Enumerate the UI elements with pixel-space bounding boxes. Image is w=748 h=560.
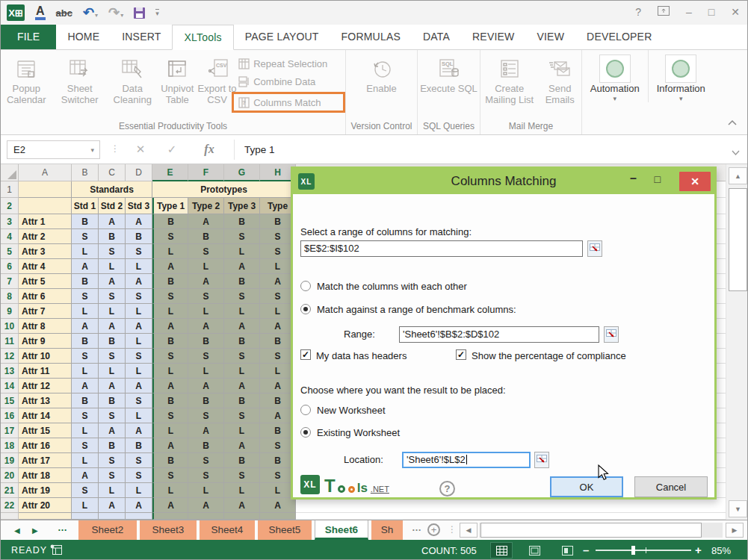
vertical-scroll-thumb[interactable] xyxy=(729,188,747,291)
cell-partial[interactable] xyxy=(188,513,224,520)
cell-standard-value[interactable]: L xyxy=(126,408,152,423)
cell-standard-value[interactable]: S xyxy=(72,438,99,453)
column-header-F[interactable]: F xyxy=(188,164,224,181)
scroll-up-icon[interactable]: ▲ xyxy=(729,167,747,184)
benchmark-range-input[interactable]: 'Sheet6'!$B$2:$D$102 xyxy=(399,326,599,343)
collapse-ribbon-icon[interactable] xyxy=(728,115,737,128)
cell-standard-value[interactable]: S xyxy=(72,483,99,498)
formula-input[interactable]: Type 1 xyxy=(244,140,275,159)
vertical-scrollbar[interactable]: ▲ ▼ xyxy=(726,164,748,520)
cell-prototype-value[interactable]: A xyxy=(152,379,188,393)
row-header-18[interactable]: 18 xyxy=(1,438,19,453)
sheet-nav-right-icon[interactable]: ▶ xyxy=(32,520,38,540)
cell-prototype-value[interactable]: S xyxy=(188,468,224,483)
radio-new-worksheet[interactable] xyxy=(300,405,311,415)
cell-prototype-value[interactable]: S xyxy=(152,468,188,483)
radio-match-each-other[interactable] xyxy=(300,281,311,291)
insert-function-icon[interactable]: fx xyxy=(197,140,222,159)
sheet-switcher-button[interactable]: Sheet Switcher xyxy=(52,50,108,105)
cell-standard-value[interactable]: A xyxy=(99,319,126,334)
cell-prototype-value[interactable]: S xyxy=(152,229,188,244)
cell-standard-value[interactable]: A xyxy=(126,214,152,229)
cell-prototype-value[interactable]: A xyxy=(224,438,260,453)
row-header-11[interactable]: 11 xyxy=(1,334,19,349)
cell-standard-value[interactable]: L xyxy=(72,304,99,319)
cell-prototype-value[interactable]: L xyxy=(224,364,260,379)
zoom-out-icon[interactable]: – xyxy=(583,544,589,556)
cell-prototype-value[interactable]: S xyxy=(188,349,224,364)
cell-prototype-value[interactable]: A xyxy=(152,498,188,513)
checkbox-percentage-label[interactable]: Show the percentage of compliance xyxy=(472,350,626,361)
row-header-21[interactable]: 21 xyxy=(1,483,19,498)
cell-standard-value[interactable]: B xyxy=(99,438,126,453)
row-header-22[interactable]: 22 xyxy=(1,498,19,513)
cell-standard-value[interactable]: S xyxy=(99,453,126,468)
cell-attr-label[interactable]: Attr 20 xyxy=(19,498,72,513)
cell-prototype-value[interactable]: A xyxy=(188,498,224,513)
popup-calendar-button[interactable]: Popup Calendar xyxy=(1,50,52,105)
cancel-entry-icon[interactable]: ✕ xyxy=(128,140,153,159)
cell-attr-label[interactable]: Attr 17 xyxy=(19,453,72,468)
row-header-10[interactable]: 10 xyxy=(1,319,19,334)
cell-standard-value[interactable]: S xyxy=(72,349,99,364)
cell-standard-value[interactable]: A xyxy=(126,423,152,438)
cancel-button[interactable]: Cancel xyxy=(634,476,708,497)
sheet-nav-left-icon[interactable]: ◀ xyxy=(14,520,20,540)
row-header-6[interactable]: 6 xyxy=(1,259,19,274)
cell-partial[interactable] xyxy=(260,513,296,520)
cell-prototype-value[interactable]: B xyxy=(224,334,260,349)
dialog-minimize-icon[interactable]: – xyxy=(630,172,637,185)
row-header-2[interactable]: 2 xyxy=(1,198,19,214)
cell-prototype-value[interactable]: B xyxy=(188,334,224,349)
row-header-9[interactable]: 9 xyxy=(1,304,19,319)
cell-standard-value[interactable]: B xyxy=(99,334,126,349)
cell-standard-value[interactable]: B xyxy=(72,214,99,229)
cell-prototype-value[interactable]: S xyxy=(224,408,260,423)
cell-standard-value[interactable]: B xyxy=(72,274,99,289)
cell-standard-value[interactable]: L xyxy=(126,304,152,319)
cell-attr-label[interactable]: Attr 18 xyxy=(19,468,72,483)
cell-standard-value[interactable]: B xyxy=(126,438,152,453)
zoom-level[interactable]: 85% xyxy=(711,545,731,556)
cell-prototype-value[interactable]: A xyxy=(152,319,188,334)
cell-standard-value[interactable]: S xyxy=(99,349,126,364)
checkbox-headers[interactable]: ✓ xyxy=(300,349,311,360)
cell-prototype-value[interactable]: B xyxy=(152,453,188,468)
tab-page-layout[interactable]: PAGE LAYOUT xyxy=(234,25,330,49)
page-layout-view-icon[interactable] xyxy=(523,542,545,559)
cell-standard-value[interactable]: A xyxy=(72,379,99,393)
checkbox-headers-label[interactable]: My data has headers xyxy=(316,350,407,361)
automation-button[interactable]: Automation ▾ xyxy=(582,50,649,102)
export-to-csv-button[interactable]: CSV Export to CSV xyxy=(197,50,237,105)
cell-standard-value[interactable]: A xyxy=(126,379,152,393)
cell-prototype-value[interactable]: S xyxy=(152,349,188,364)
cell-standard-value[interactable]: L xyxy=(99,304,126,319)
cell-prototype-value[interactable]: S xyxy=(152,408,188,423)
radio-new-worksheet-label[interactable]: New Worksheet xyxy=(317,405,386,416)
minimize-icon[interactable]: – xyxy=(686,6,692,18)
row-header-3[interactable]: 3 xyxy=(1,214,19,229)
expand-formula-bar-icon[interactable] xyxy=(732,145,740,158)
cell-prototype-value[interactable]: L xyxy=(224,483,260,498)
cell-standard-value[interactable]: S xyxy=(99,408,126,423)
cell-prototype-value[interactable]: B xyxy=(152,393,188,408)
tab-xltools[interactable]: XLTools xyxy=(172,25,233,50)
tab-developer[interactable]: DEVELOPER xyxy=(575,25,663,49)
cell-standard-value[interactable]: L xyxy=(126,364,152,379)
cell-A2[interactable] xyxy=(19,198,72,214)
cell-prototype-value[interactable]: L xyxy=(152,483,188,498)
cell-prototype-value[interactable]: L xyxy=(152,304,188,319)
cell-attr-label[interactable]: Attr 3 xyxy=(19,244,72,259)
cell-attr-label[interactable]: Attr 2 xyxy=(19,229,72,244)
row-header-4[interactable]: 4 xyxy=(1,229,19,244)
tab-file[interactable]: FILE xyxy=(1,25,56,49)
cell-type-header[interactable]: Type 2 xyxy=(188,198,224,214)
cell-prototype-value[interactable]: A xyxy=(188,214,224,229)
cell-standard-value[interactable]: L xyxy=(99,483,126,498)
cell-standard-value[interactable]: A xyxy=(99,214,126,229)
row-header-19[interactable]: 19 xyxy=(1,453,19,468)
cell-prototype-value[interactable]: B xyxy=(188,438,224,453)
redo-dropdown-icon[interactable]: ▾ xyxy=(120,12,123,19)
cell-prototype-value[interactable]: A xyxy=(152,438,188,453)
page-break-view-icon[interactable] xyxy=(556,542,578,559)
